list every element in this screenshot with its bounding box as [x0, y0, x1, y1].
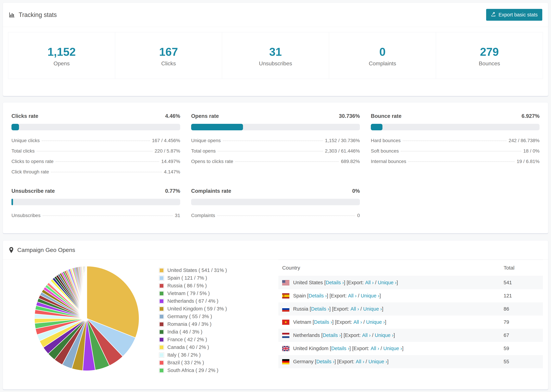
rate-row: Soft bounces 18 / 0% [371, 148, 540, 154]
country-name: Spain [293, 293, 307, 299]
rate-title: Opens rate [191, 113, 219, 119]
legend-item[interactable]: Netherlands ( 67 / 4% ) [159, 297, 239, 305]
rate-panel: Unsubscribe rate 0.77% Unsubscribes 31 [11, 188, 180, 218]
legend-item[interactable]: Vietnam ( 79 / 5% ) [159, 290, 239, 297]
rate-value: 6.927% [522, 113, 540, 119]
legend-item[interactable]: Russia ( 86 / 5% ) [159, 282, 239, 290]
rate-row-label: Total opens [191, 148, 216, 154]
stat-label: Opens [8, 60, 115, 67]
total-value: 55 [500, 355, 543, 368]
legend-item[interactable]: South Africa ( 29 / 2% ) [159, 366, 239, 374]
legend-label: Netherlands ( 67 / 4% ) [167, 298, 218, 304]
rate-row-value: 167 / 4.456% [152, 138, 180, 143]
rate-panel: Clicks rate 4.46% Unique clicks 167 / 4.… [11, 113, 180, 175]
rate-value: 4.46% [165, 113, 180, 119]
export-unique-link[interactable]: Unique › [383, 346, 402, 351]
rate-progress [371, 124, 540, 130]
details-link[interactable]: Details › [309, 293, 327, 299]
rate-row-label: Clicks to opens rate [11, 159, 54, 164]
stat-cell: 0 Complaints [329, 32, 436, 79]
legend-item[interactable]: Italy ( 36 / 2% ) [159, 351, 239, 359]
legend-item[interactable]: India ( 46 / 3% ) [159, 328, 239, 336]
country-flag [282, 320, 289, 325]
legend-swatch [159, 337, 164, 342]
table-row: Spain [Details ›] [Export: All › / Uniqu… [278, 289, 543, 302]
export-unique-link[interactable]: Unique › [366, 319, 385, 325]
rate-progress [191, 124, 360, 130]
rate-row-value: 14.497% [161, 159, 180, 164]
rate-value: 0% [352, 188, 360, 194]
country-name: Russia [293, 306, 310, 312]
stat-value: 1,152 [8, 45, 115, 58]
details-link[interactable]: Details › [331, 346, 349, 351]
legend-item[interactable]: United States ( 541 / 31% ) [159, 266, 239, 274]
legend-label: Germany ( 55 / 3% ) [167, 314, 212, 319]
rate-progress-fill [191, 124, 243, 130]
legend-item[interactable]: Germany ( 55 / 3% ) [159, 313, 239, 320]
legend-item[interactable]: Romania ( 49 / 3% ) [159, 320, 239, 328]
details-link[interactable]: Details › [326, 280, 344, 286]
details-link[interactable]: Details › [311, 306, 329, 312]
geo-title-row: Campaign Geo Opens [9, 247, 75, 253]
export-all-link[interactable]: All › [365, 280, 374, 286]
chart-bar-icon [9, 12, 15, 18]
rate-row-leader [408, 161, 515, 162]
rate-row-value: 31 [175, 213, 180, 218]
rate-row-label: Complaints [191, 213, 215, 218]
legend-label: Italy ( 36 / 2% ) [167, 352, 201, 358]
geo-header: Campaign Geo Opens [3, 240, 548, 260]
country-flag [282, 359, 289, 364]
rate-row: Unsubscribes 31 [11, 213, 180, 218]
export-all-link[interactable]: All › [371, 346, 379, 351]
legend-label: Vietnam ( 79 / 5% ) [167, 291, 210, 296]
export-unique-link[interactable]: Unique › [361, 293, 380, 299]
legend-swatch [159, 306, 164, 311]
export-basic-stats-button[interactable]: Export basic stats [486, 9, 542, 21]
details-link[interactable]: Details › [323, 332, 341, 338]
legend-swatch [159, 368, 164, 373]
stat-cell: 1,152 Opens [8, 32, 115, 79]
rate-row-leader [223, 140, 323, 141]
legend-swatch [159, 299, 164, 304]
geo-pie-chart [34, 266, 140, 372]
details-link[interactable]: Details › [314, 319, 332, 325]
stat-cell: 279 Bounces [436, 32, 543, 79]
rate-progress-fill [371, 124, 382, 130]
export-unique-link[interactable]: Unique › [378, 280, 397, 286]
legend-swatch [159, 283, 164, 288]
export-unique-link[interactable]: Unique › [368, 359, 387, 364]
legend-item[interactable]: Spain ( 121 / 7% ) [159, 274, 239, 282]
rate-progress-fill [11, 199, 13, 205]
country-name: United States [293, 280, 324, 286]
export-unique-link[interactable]: Unique › [375, 332, 394, 338]
rate-row: Hard bounces 242 / 86.738% [371, 138, 540, 143]
rate-row-leader [403, 140, 507, 141]
export-unique-link[interactable]: Unique › [363, 306, 382, 312]
legend-swatch [159, 268, 164, 273]
country-name: Germany [293, 359, 315, 364]
rate-row-value: 19 / 6.81% [517, 159, 540, 164]
rate-row: Total clicks 220 / 5.87% [11, 148, 180, 154]
export-all-link[interactable]: All › [356, 359, 364, 364]
rate-row-leader [42, 216, 173, 216]
rate-row-leader [51, 172, 162, 172]
rate-row: Unique clicks 167 / 4.456% [11, 138, 180, 143]
legend-item[interactable]: United Kingdom ( 59 / 3% ) [159, 305, 239, 313]
export-all-link[interactable]: All › [350, 306, 359, 312]
export-all-link[interactable]: All › [362, 332, 371, 338]
country-flag [282, 333, 289, 338]
geo-table-header-total: Total [500, 260, 543, 276]
legend-item[interactable]: Canada ( 40 / 2% ) [159, 343, 239, 351]
rate-row: Unique opens 1,152 / 30.736% [191, 138, 360, 143]
legend-label: South Africa ( 29 / 2% ) [167, 368, 218, 373]
legend-item[interactable]: Brazil ( 33 / 2% ) [159, 359, 239, 366]
legend-swatch [159, 329, 164, 335]
legend-label: France ( 42 / 2% ) [167, 337, 207, 343]
country-name: Netherlands [293, 332, 321, 338]
export-all-link[interactable]: All › [353, 319, 362, 325]
rate-row-label: Unique clicks [11, 138, 40, 143]
legend-item[interactable]: France ( 42 / 2% ) [159, 336, 239, 343]
export-all-link[interactable]: All › [348, 293, 357, 299]
rate-row-label: Soft bounces [371, 148, 399, 154]
details-link[interactable]: Details › [316, 359, 334, 364]
